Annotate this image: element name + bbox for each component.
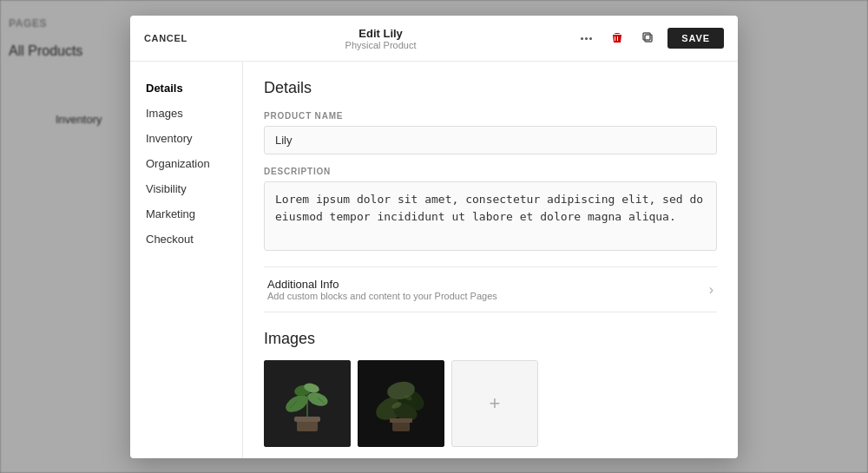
- svg-rect-20: [390, 418, 412, 423]
- plant-image-1-svg: [264, 360, 351, 447]
- add-image-button[interactable]: +: [451, 360, 538, 447]
- modal-subtitle: Physical Product: [187, 40, 575, 50]
- sidebar-item-visibility[interactable]: Visibility: [130, 176, 242, 201]
- more-options-button[interactable]: [574, 26, 598, 50]
- modal-header: CANCEL Edit Lily Physical Product: [130, 16, 738, 62]
- plant-image-2-svg: [358, 360, 444, 447]
- plus-icon: +: [490, 392, 501, 415]
- description-label: DESCRIPTION: [264, 167, 717, 176]
- product-image-1[interactable]: [264, 360, 351, 447]
- svg-rect-1: [643, 33, 650, 40]
- modal-body: Details Images Inventory Organization Vi…: [130, 62, 738, 458]
- modal-title: Edit Lily: [187, 27, 575, 40]
- additional-info-subtitle: Add custom blocks and content to your Pr…: [267, 291, 497, 301]
- cancel-button[interactable]: CANCEL: [144, 33, 187, 43]
- chevron-right-icon: ›: [709, 282, 713, 298]
- details-section-title: Details: [264, 79, 717, 97]
- thumbnail-row: Thumbnail Image: [264, 457, 717, 458]
- modal-sidebar: Details Images Inventory Organization Vi…: [130, 62, 243, 458]
- edit-product-modal: CANCEL Edit Lily Physical Product: [130, 16, 738, 458]
- product-image-2[interactable]: [358, 360, 444, 447]
- delete-button[interactable]: [605, 26, 629, 50]
- additional-info-left: Additional Info Add custom blocks and co…: [267, 278, 497, 301]
- svg-rect-4: [294, 417, 320, 422]
- svg-rect-0: [645, 35, 652, 42]
- sidebar-item-images[interactable]: Images: [130, 101, 242, 126]
- sidebar-item-checkout[interactable]: Checkout: [130, 227, 242, 252]
- product-name-label: PRODUCT NAME: [264, 111, 717, 121]
- images-section-title: Images: [264, 330, 717, 348]
- modal-header-actions: SAVE: [574, 26, 724, 50]
- sidebar-item-organization[interactable]: Organization: [130, 151, 242, 176]
- duplicate-icon: [641, 31, 655, 45]
- modal-overlay: CANCEL Edit Lily Physical Product: [0, 0, 868, 473]
- sidebar-item-inventory[interactable]: Inventory: [130, 126, 242, 151]
- modal-main-content: Details PRODUCT NAME DESCRIPTION Lorem i…: [243, 62, 738, 458]
- image-row: +: [264, 360, 717, 447]
- save-button[interactable]: SAVE: [667, 28, 724, 49]
- sidebar-item-marketing[interactable]: Marketing: [130, 201, 242, 227]
- trash-icon: [610, 31, 624, 45]
- additional-info-row[interactable]: Additional Info Add custom blocks and co…: [264, 266, 717, 312]
- duplicate-button[interactable]: [636, 26, 661, 50]
- thumbnail-icon: [264, 457, 281, 458]
- product-name-input[interactable]: [264, 126, 717, 154]
- modal-title-block: Edit Lily Physical Product: [187, 27, 575, 50]
- additional-info-title: Additional Info: [267, 278, 497, 291]
- sidebar-item-details[interactable]: Details: [130, 76, 242, 101]
- description-input[interactable]: Lorem ipsum dolor sit amet, consectetur …: [264, 181, 717, 251]
- three-dots-icon: [581, 37, 592, 40]
